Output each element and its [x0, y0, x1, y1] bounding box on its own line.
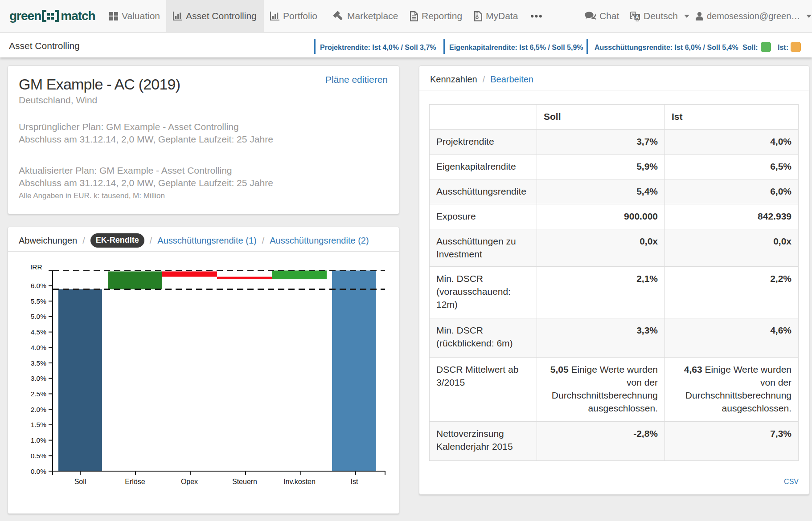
svg-text:6.0%: 6.0%	[31, 282, 47, 289]
svg-text:3.0%: 3.0%	[31, 374, 47, 382]
svg-text:4.0%: 4.0%	[31, 344, 47, 351]
svg-text:0.0%: 0.0%	[31, 468, 47, 475]
svg-text:Inv.kosten: Inv.kosten	[283, 478, 316, 485]
svg-text:Soll: Soll	[74, 478, 86, 485]
svg-text:1.0%: 1.0%	[31, 436, 47, 444]
svg-text:Steuern: Steuern	[232, 478, 257, 485]
svg-text:1.5%: 1.5%	[31, 421, 47, 428]
svg-text:2.0%: 2.0%	[31, 406, 47, 413]
svg-text:2.5%: 2.5%	[31, 390, 47, 398]
svg-text:Ist: Ist	[351, 478, 358, 485]
svg-text:Opex: Opex	[181, 478, 198, 485]
svg-text:5.5%: 5.5%	[31, 297, 47, 305]
svg-text:5.0%: 5.0%	[31, 313, 47, 320]
svg-text:4.5%: 4.5%	[31, 328, 47, 336]
svg-text:Erlöse: Erlöse	[125, 478, 145, 485]
svg-text:IRR: IRR	[30, 263, 42, 271]
svg-text:0.5%: 0.5%	[31, 452, 47, 460]
svg-text:3.5%: 3.5%	[31, 359, 47, 367]
svg-text:A: A	[636, 14, 639, 19]
